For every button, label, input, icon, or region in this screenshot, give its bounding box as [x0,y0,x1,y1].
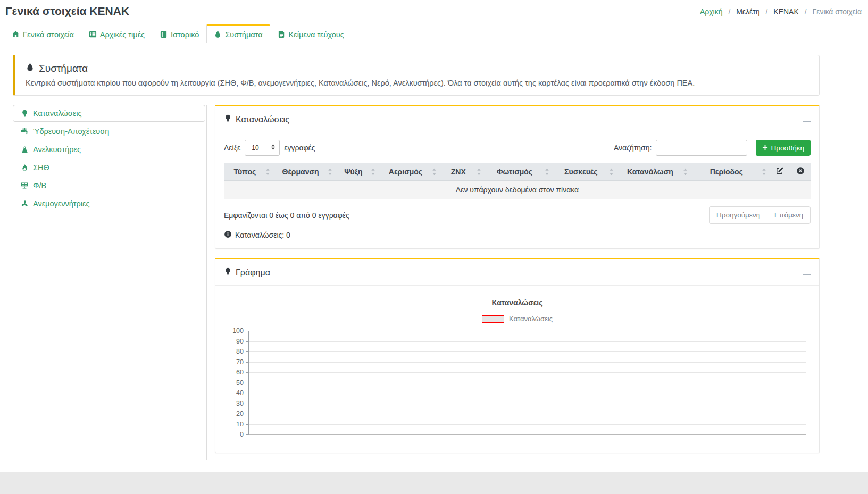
records-info: Εμφανίζονται 0 έως 0 από 0 εγγραφές [224,211,349,220]
column-header-heating[interactable]: Θέρμανση [273,163,336,181]
gridline [249,434,806,435]
y-axis-tick: 0 [222,431,244,438]
column-header-type[interactable]: Τύπος [224,163,273,181]
sidebar-item-consumptions[interactable]: Καταναλώσεις [13,105,205,122]
search-input[interactable] [656,140,747,156]
consumptions-panel-title: Καταναλώσεις [236,115,289,124]
legend-label: Καταναλώσεις [509,315,553,323]
column-header-dhw[interactable]: ΖΝΧ [440,163,485,181]
table-controls: Δείξε 10 εγγραφές Αναζήτηση: [224,140,811,156]
gridline [249,414,806,414]
systems-info-box: Συστήματα Κεντρικά συστήματα κτιρίου που… [13,55,820,96]
tab-label: Ιστορικό [171,30,199,39]
tab-content-systems: Συστήματα Κεντρικά συστήματα κτιρίου που… [4,43,864,472]
plus-icon [762,144,768,152]
sort-icon [327,168,333,175]
column-header-consumption[interactable]: Κατανάλωση [617,163,691,181]
chart-legend[interactable]: Καταναλώσεις [224,315,811,323]
chart-plot-area: 100 90 80 70 60 50 40 30 20 10 0 [248,331,806,434]
y-axis-tick: 100 [222,327,244,334]
y-axis-tick: 30 [222,400,244,407]
y-axis-tick: 10 [222,421,244,428]
sort-icon [682,168,688,175]
home-icon [12,30,20,38]
page-header: Γενικά στοιχεία ΚΕΝΑΚ Αρχική / Μελέτη / … [0,0,868,24]
sidebar-item-label: Ανελκυστήρες [33,145,81,154]
y-axis-tick: 80 [222,348,244,355]
gridline [249,341,806,342]
edit-icon [775,168,784,177]
breadcrumb-separator: / [766,7,768,16]
length-label-after: εγγραφές [284,144,315,152]
chart-panel-title: Γράφημα [236,268,270,278]
column-header-ventilation[interactable]: Αερισμός [379,163,440,181]
tab-general-info[interactable]: Γενικά στοιχεία [4,24,81,43]
column-header-appliances[interactable]: Συσκευές [553,163,617,181]
breadcrumb-study-link[interactable]: Μελέτη [736,7,760,16]
sort-icon [265,168,271,175]
breadcrumb-current: Γενικά στοιχεία [812,7,862,16]
chart-area: Καταναλώσεις Καταναλώσεις 100 90 80 70 6… [215,286,819,453]
sidebar-item-label: Φ/Β [33,181,46,190]
lightbulb-icon [224,267,232,278]
breadcrumb-separator: / [728,7,730,16]
table-footer: Εμφανίζονται 0 έως 0 από 0 εγγραφές Προη… [224,206,811,224]
table-empty-message: Δεν υπάρχουν δεδομένα στον πίνακα [224,181,811,199]
consumptions-panel-header: Καταναλώσεις [215,106,819,132]
next-page-button[interactable]: Επόμενη [767,206,811,224]
tab-issue-texts[interactable]: Κείμενα τεύχους [270,24,352,43]
sort-icon [370,168,376,175]
breadcrumb-home-link[interactable]: Αρχική [700,7,723,16]
info-circle-icon [224,230,232,240]
select-stepper-icon [271,144,276,152]
times-circle-icon [796,168,805,177]
sidebar-item-elevators[interactable]: Ανελκυστήρες [13,141,205,158]
tab-initial-values[interactable]: Αρχικές τιμές [81,24,152,43]
consumptions-table: Τύπος Θέρμανση Ψύξη Αερισμός ΖΝΧ Φωτισμό… [224,163,811,199]
y-axis-tick: 20 [222,410,244,417]
page-length-value: 10 [252,144,258,152]
lightbulb-icon [224,114,232,124]
previous-page-button[interactable]: Προηγούμενη [709,206,767,224]
y-axis-tick: 70 [222,358,244,366]
sidebar-item-water-supply[interactable]: Ύδρευση-Αποχέτευση [13,123,205,140]
collapse-panel-icon[interactable] [803,274,811,275]
consumptions-count: Καταναλώσεις: 0 [224,230,811,240]
gridline [249,393,806,393]
add-consumption-button[interactable]: Προσθήκη [756,140,811,156]
sidebar-item-label: Καταναλώσεις [33,109,81,118]
burn-icon [20,164,29,172]
sidebar-item-photovoltaics[interactable]: Φ/Β [13,177,205,194]
column-header-lighting[interactable]: Φωτισμός [485,163,553,181]
column-header-period[interactable]: Περίοδος [691,163,770,181]
systems-info-title: Συστήματα [26,63,808,74]
sidebar-item-label: Ανεμογεννήτριες [33,199,89,208]
sort-icon [476,168,482,175]
tab-history[interactable]: Ιστορικό [152,24,206,43]
consumptions-count-label: Καταναλώσεις: 0 [235,231,290,239]
table-header-row: Τύπος Θέρμανση Ψύξη Αερισμός ΖΝΧ Φωτισμό… [224,163,811,181]
search-control: Αναζήτηση: Προσθήκη [614,140,811,156]
gridline [249,362,806,363]
breadcrumb-kenak-link[interactable]: ΚΕΝΑΚ [773,7,798,16]
length-label-before: Δείξε [224,144,240,152]
pagination: Προηγούμενη Επόμενη [709,206,811,224]
sidebar-item-wind-turbines[interactable]: Ανεμογεννήτριες [13,195,205,212]
tab-label: Συστήματα [225,30,262,39]
y-axis-tick: 40 [222,389,244,397]
column-header-delete[interactable] [790,163,811,181]
consumptions-panel: Καταναλώσεις Δείξε 10 εγγραφές [215,105,820,249]
sidebar-item-label: Ύδρευση-Αποχέτευση [33,127,109,136]
table-list-icon [89,30,97,38]
y-axis-tick: 50 [222,379,244,387]
column-header-edit[interactable] [770,163,790,181]
page-length-select[interactable]: 10 [245,140,280,156]
column-header-cooling[interactable]: Ψύξη [336,163,379,181]
collapse-panel-icon[interactable] [803,121,811,122]
sort-icon [608,168,614,175]
sidebar-item-chp[interactable]: ΣΗΘ [13,159,205,176]
chart-panel-header: Γράφημα [215,259,819,286]
gridline [249,372,806,373]
y-axis-tick: 60 [222,369,244,376]
tab-systems[interactable]: Συστήματα [206,24,270,43]
